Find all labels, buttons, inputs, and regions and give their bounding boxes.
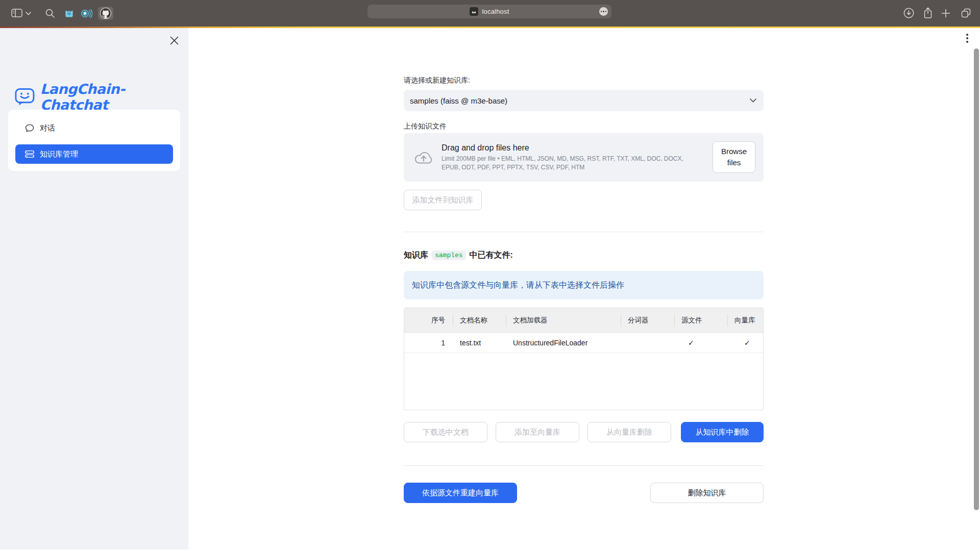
cloud-upload-icon (414, 150, 433, 165)
table-row[interactable]: 1 test.txt UnstructuredFileLoader ✓ ✓ (404, 333, 763, 353)
upload-label: 上传知识文件 (404, 122, 447, 131)
sidebar-item-label: 知识库管理 (40, 149, 78, 159)
sidebar-toggle-icon[interactable] (11, 9, 22, 17)
cell-index: 1 (404, 339, 453, 347)
file-uploader-dropzone[interactable]: Drag and drop files here Limit 200MB per… (404, 133, 764, 182)
tabs-overview-icon[interactable] (960, 7, 972, 19)
search-icon[interactable] (45, 8, 55, 18)
address-more-icon[interactable] (599, 7, 608, 16)
uploader-limit: Limit 200MB per file • EML, HTML, JSON, … (442, 155, 697, 172)
sidebar: LangChain-Chatchat 对话 知识库管理 (0, 28, 188, 549)
column-header-name: 文档名称 (453, 316, 506, 325)
app-logo: LangChain-Chatchat (14, 81, 188, 113)
heading-prefix: 知识库 (404, 250, 428, 261)
sidebar-item-label: 对话 (40, 123, 55, 133)
github-extension-icon[interactable] (98, 7, 113, 20)
close-sidebar-icon[interactable] (168, 35, 180, 46)
kb-name-code: samples (432, 251, 466, 260)
uploader-title: Drag and drop files here (442, 143, 697, 153)
table-header: 序号 文档名称 文档加载器 分词器 源文件 向量库 (404, 308, 763, 333)
cell-vector-check: ✓ (727, 339, 763, 347)
kb-select[interactable]: samples (faiss @ m3e-base) (404, 90, 764, 111)
chevron-down-icon (750, 98, 756, 103)
app-menu-icon[interactable] (966, 34, 968, 43)
sidebar-item-chat[interactable]: 对话 (15, 118, 173, 138)
cat-extension-icon[interactable] (64, 9, 74, 18)
logo-chat-bubble-icon (14, 87, 35, 107)
rings-extension-icon[interactable] (81, 8, 92, 19)
column-header-source: 源文件 (674, 316, 727, 325)
browser-toolbar: localhost (0, 0, 980, 27)
sidebar-nav: 对话 知识库管理 (8, 110, 180, 171)
chat-bubble-icon (24, 123, 35, 133)
site-favicon (470, 7, 478, 16)
rebuild-vector-store-button[interactable]: 依据源文件重建向量库 (404, 483, 517, 503)
heading-suffix: 中已有文件: (470, 250, 513, 261)
kb-files-table: 序号 文档名称 文档加载器 分词器 源文件 向量库 1 test.txt Uns… (404, 308, 764, 410)
uploader-texts: Drag and drop files here Limit 200MB per… (442, 143, 697, 172)
delete-from-kb-button[interactable]: 从知识库中删除 (681, 422, 764, 442)
share-icon[interactable] (922, 7, 934, 19)
info-banner: 知识库中包含源文件与向量库，请从下表中选择文件后操作 (404, 271, 764, 299)
delete-from-vector-button[interactable]: 从向量库删除 (587, 422, 671, 442)
cell-source-check: ✓ (674, 339, 727, 347)
sidebar-item-knowledge-base[interactable]: 知识库管理 (15, 144, 173, 164)
kb-files-heading: 知识库 samples 中已有文件: (404, 250, 513, 261)
column-header-splitter: 分词器 (621, 316, 674, 325)
add-files-button[interactable]: 添加文件到知识库 (404, 190, 482, 210)
kb-select-value: samples (faiss @ m3e-base) (410, 96, 750, 105)
knowledge-base-icon (24, 149, 35, 159)
logo-text: LangChain-Chatchat (40, 81, 188, 113)
divider (404, 232, 764, 232)
column-header-loader: 文档加载器 (506, 316, 621, 325)
cell-loader: UnstructuredFileLoader (506, 339, 621, 347)
kb-select-label: 请选择或新建知识库: (404, 76, 470, 85)
browse-files-button[interactable]: Browse files (713, 141, 755, 173)
scrollbar[interactable] (974, 48, 979, 510)
sidebar-toggle-chevron-icon[interactable] (26, 12, 31, 15)
address-bar[interactable]: localhost (368, 5, 611, 18)
cell-name: test.txt (453, 339, 506, 347)
add-to-vector-button[interactable]: 添加至向量库 (496, 422, 579, 442)
divider (404, 465, 764, 466)
column-header-vector: 向量库 (727, 316, 763, 325)
column-header-index: 序号 (404, 316, 453, 325)
download-icon[interactable] (903, 8, 914, 18)
new-tab-icon[interactable] (941, 8, 951, 18)
download-selected-button[interactable]: 下载选中文档 (404, 422, 487, 442)
delete-kb-button[interactable]: 删除知识库 (650, 483, 764, 503)
url-text: localhost (482, 8, 509, 15)
